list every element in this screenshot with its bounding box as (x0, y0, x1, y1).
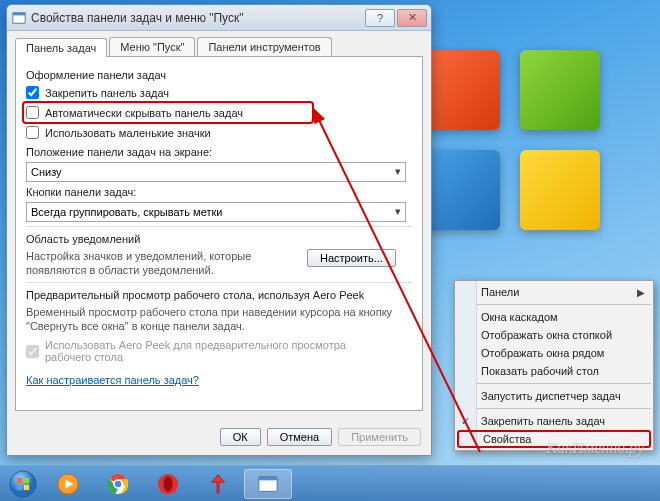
menu-item-show-desktop-label: Показать рабочий стол (481, 365, 599, 377)
svg-point-12 (163, 476, 172, 492)
menu-item-cascade-label: Окна каскадом (481, 311, 558, 323)
cancel-button[interactable]: Отмена (267, 428, 332, 446)
menu-separator (457, 383, 651, 384)
autohide-checkbox[interactable] (26, 106, 39, 119)
taskbar-app-explorer[interactable] (244, 469, 292, 499)
ok-button[interactable]: ОК (220, 428, 261, 446)
menu-item-task-manager-label: Запустить диспетчер задач (481, 390, 621, 402)
opera-icon (157, 473, 179, 495)
taskbar-properties-dialog: Свойства панели задач и меню "Пуск" ? ✕ … (6, 4, 432, 456)
menu-item-panels-label: Панели (481, 286, 519, 298)
aero-peek-title: Предварительный просмотр рабочего стола,… (26, 289, 412, 301)
close-button[interactable]: ✕ (397, 9, 427, 27)
titlebar[interactable]: Свойства панели задач и меню "Пуск" ? ✕ (7, 5, 431, 31)
media-player-icon (57, 473, 79, 495)
appearance-group-label: Оформление панели задач (26, 69, 412, 81)
buttons-value: Всегда группировать, скрывать метки (31, 206, 222, 218)
help-link[interactable]: Как настраивается панель задач? (26, 374, 199, 386)
autohide-label: Автоматически скрывать панель задач (45, 107, 243, 119)
svg-rect-6 (17, 484, 22, 489)
tabstrip: Панель задач Меню "Пуск" Панели инструме… (7, 31, 431, 56)
taskbar-app-media-player[interactable] (44, 469, 92, 499)
svg-rect-1 (13, 12, 25, 15)
menu-item-cascade[interactable]: Окна каскадом (455, 308, 653, 326)
svg-rect-5 (24, 477, 29, 482)
check-icon: ✓ (461, 415, 470, 428)
window-icon (11, 10, 27, 26)
chrome-icon (107, 473, 129, 495)
svg-point-3 (10, 470, 36, 496)
aero-peek-checkbox-label: Использовать Aero Peek для предварительн… (45, 339, 375, 363)
divider (26, 226, 412, 227)
aero-peek-desc: Временный просмотр рабочего стола при на… (26, 305, 406, 334)
taskbar-app-opera[interactable] (144, 469, 192, 499)
start-button[interactable] (4, 469, 42, 499)
position-combobox[interactable]: Снизу (26, 162, 406, 182)
position-label: Положение панели задач на экране: (26, 146, 412, 158)
aero-peek-checkbox[interactable] (26, 345, 39, 358)
svg-rect-7 (24, 484, 29, 489)
menu-item-sidebyside-label: Отображать окна рядом (481, 347, 604, 359)
window-title: Свойства панели задач и меню "Пуск" (31, 11, 363, 25)
menu-item-lock-taskbar-label: Закрепить панель задач (481, 415, 605, 427)
watermark: КакИменно.ру (546, 439, 644, 457)
small-icons-label: Использовать маленькие значки (45, 127, 211, 139)
divider-2 (26, 282, 412, 283)
small-icons-checkbox-row[interactable]: Использовать маленькие значки (26, 125, 412, 140)
autohide-checkbox-row[interactable]: Автоматически скрывать панель задач (26, 105, 310, 120)
lock-taskbar-checkbox[interactable] (26, 86, 39, 99)
taskbar-app-chrome[interactable] (94, 469, 142, 499)
svg-rect-4 (17, 477, 22, 482)
menu-item-panels[interactable]: Панели ▶ (455, 283, 653, 301)
taskbar-app-yandex[interactable] (194, 469, 242, 499)
help-button[interactable]: ? (365, 9, 395, 27)
aero-peek-checkbox-row[interactable]: Использовать Aero Peek для предварительн… (26, 338, 412, 364)
tab-startmenu[interactable]: Меню "Пуск" (109, 37, 195, 56)
submenu-arrow-icon: ▶ (637, 287, 645, 298)
explorer-icon (257, 473, 279, 495)
menu-item-stacked-label: Отображать окна стопкой (481, 329, 612, 341)
menu-item-sidebyside[interactable]: Отображать окна рядом (455, 344, 653, 362)
small-icons-checkbox[interactable] (26, 126, 39, 139)
taskbar-context-menu: Панели ▶ Окна каскадом Отображать окна с… (454, 280, 654, 451)
tab-panel-taskbar: Оформление панели задач Закрепить панель… (15, 56, 423, 411)
yandex-icon (207, 473, 229, 495)
menu-item-show-desktop[interactable]: Показать рабочий стол (455, 362, 653, 380)
tab-toolbars[interactable]: Панели инструментов (197, 37, 331, 56)
position-value: Снизу (31, 166, 62, 178)
tab-taskbar[interactable]: Панель задач (15, 38, 107, 57)
buttons-combobox[interactable]: Всегда группировать, скрывать метки (26, 202, 406, 222)
wallpaper-logo (420, 50, 600, 230)
menu-separator (457, 304, 651, 305)
menu-item-stacked[interactable]: Отображать окна стопкой (455, 326, 653, 344)
customize-button[interactable]: Настроить... (307, 249, 396, 267)
notification-area-desc: Настройка значков и уведомлений, которые… (26, 249, 301, 278)
taskbar[interactable] (0, 465, 660, 501)
svg-point-10 (114, 480, 122, 488)
lock-taskbar-label: Закрепить панель задач (45, 87, 169, 99)
menu-separator (457, 408, 651, 409)
menu-item-properties-label: Свойства (483, 433, 531, 445)
buttons-label: Кнопки панели задач: (26, 186, 412, 198)
menu-item-task-manager[interactable]: Запустить диспетчер задач (455, 387, 653, 405)
dialog-button-bar: ОК Отмена Применить (7, 419, 431, 455)
menu-item-lock-taskbar[interactable]: ✓ Закрепить панель задач (455, 412, 653, 430)
notification-area-label: Область уведомлений (26, 233, 412, 245)
autohide-highlight: Автоматически скрывать панель задач (22, 101, 314, 124)
lock-taskbar-checkbox-row[interactable]: Закрепить панель задач (26, 85, 412, 100)
svg-rect-14 (259, 476, 277, 480)
apply-button[interactable]: Применить (338, 428, 421, 446)
